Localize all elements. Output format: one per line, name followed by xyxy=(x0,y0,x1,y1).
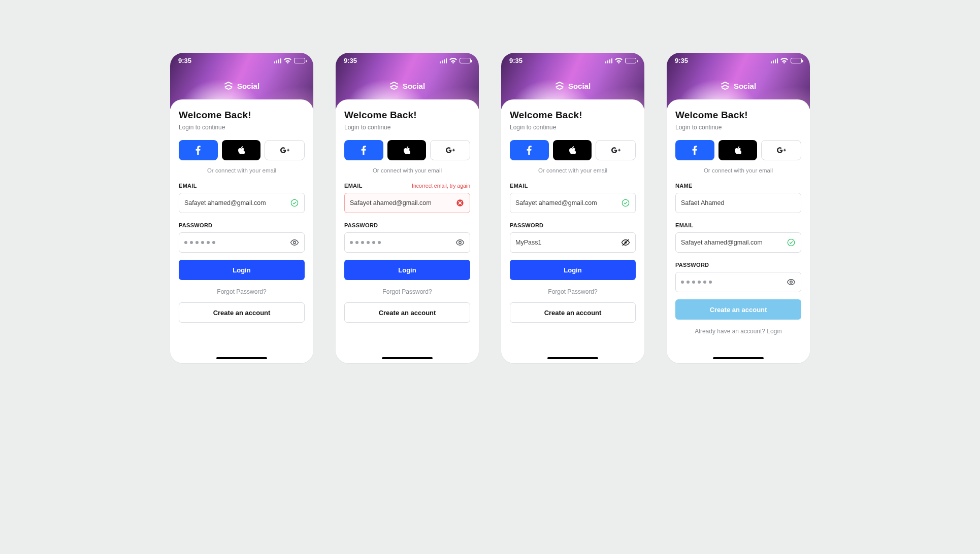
password-input[interactable] xyxy=(184,241,215,244)
email-label: EMAIL xyxy=(179,183,197,189)
name-input[interactable] xyxy=(681,199,796,206)
battery-icon xyxy=(460,58,471,63)
eye-icon[interactable] xyxy=(455,238,465,247)
password-input[interactable] xyxy=(681,281,712,284)
password-label: PASSWORD xyxy=(675,262,709,268)
social-login-row xyxy=(179,140,305,160)
facebook-button[interactable] xyxy=(344,140,383,160)
apple-icon xyxy=(238,146,245,154)
content-sheet: Welcome Back! Login to continue Or conne… xyxy=(501,99,644,363)
name-field-block: NAME xyxy=(675,183,801,213)
apple-icon xyxy=(569,146,576,154)
password-field-block: PASSWORD xyxy=(510,222,636,253)
create-account-button[interactable]: Create an account xyxy=(179,302,305,323)
password-input-wrap[interactable] xyxy=(675,272,801,292)
eye-off-icon[interactable] xyxy=(621,238,630,247)
password-input-wrap[interactable] xyxy=(510,232,636,253)
status-indicators xyxy=(605,58,637,63)
create-account-button[interactable]: Create an account xyxy=(510,302,636,323)
password-input-wrap[interactable] xyxy=(344,232,470,253)
app-name: Social xyxy=(403,82,425,90)
wifi-icon xyxy=(615,58,623,63)
forgot-password-link[interactable]: Forgot Password? xyxy=(344,288,470,295)
email-input[interactable] xyxy=(350,199,451,206)
google-plus-icon xyxy=(777,147,786,153)
email-field-block: EMAIL xyxy=(510,183,636,213)
status-time: 9:35 xyxy=(675,57,688,64)
create-account-button[interactable]: Create an account xyxy=(344,302,470,323)
google-button[interactable] xyxy=(430,140,470,160)
email-input-wrap[interactable] xyxy=(179,193,305,213)
login-button[interactable]: Login xyxy=(510,260,636,280)
app-brand: Social xyxy=(667,81,810,90)
email-label: EMAIL xyxy=(675,222,694,228)
content-sheet: Welcome Back! Login to continue Or conne… xyxy=(667,99,810,363)
page-title: Welcome Back! xyxy=(510,110,636,121)
facebook-icon xyxy=(195,146,201,155)
battery-icon xyxy=(294,58,305,63)
apple-button[interactable] xyxy=(553,140,592,160)
wifi-icon xyxy=(449,58,457,63)
email-field-block: EMAIL xyxy=(675,222,801,253)
check-circle-icon xyxy=(787,238,796,247)
create-account-label: Create an account xyxy=(213,309,271,317)
logo-icon xyxy=(224,81,233,90)
email-input-wrap[interactable] xyxy=(344,193,470,213)
battery-icon xyxy=(625,58,636,63)
apple-button[interactable] xyxy=(222,140,261,160)
apple-icon xyxy=(734,146,741,154)
create-account-button[interactable]: Create an account xyxy=(675,299,801,320)
app-name: Social xyxy=(237,82,259,90)
signal-icon xyxy=(605,58,613,63)
page-subtitle: Login to continue xyxy=(179,124,305,131)
google-plus-icon xyxy=(280,147,289,153)
eye-icon[interactable] xyxy=(787,278,796,287)
apple-icon xyxy=(403,146,410,154)
google-button[interactable] xyxy=(761,140,801,160)
app-name: Social xyxy=(734,82,756,90)
email-input[interactable] xyxy=(515,199,617,206)
already-have-account-link[interactable]: Already have an account? Login xyxy=(675,328,801,335)
password-input[interactable] xyxy=(515,239,617,246)
email-input[interactable] xyxy=(184,199,286,206)
facebook-button[interactable] xyxy=(179,140,218,160)
email-input-wrap[interactable] xyxy=(510,193,636,213)
signup-screen: 9:35 Social Welcome Back! Login to conti… xyxy=(667,53,810,363)
login-button[interactable]: Login xyxy=(344,260,470,280)
page-title: Welcome Back! xyxy=(179,110,305,121)
email-label: EMAIL xyxy=(510,183,528,189)
apple-button[interactable] xyxy=(387,140,427,160)
facebook-button[interactable] xyxy=(675,140,714,160)
google-button[interactable] xyxy=(265,140,305,160)
login-button[interactable]: Login xyxy=(179,260,305,280)
email-input-wrap[interactable] xyxy=(675,232,801,253)
status-indicators xyxy=(440,58,471,63)
login-screen-error: 9:35 Social Welcome Back! Login to conti… xyxy=(336,53,479,363)
password-input[interactable] xyxy=(350,241,381,244)
status-indicators xyxy=(771,58,802,63)
forgot-password-link[interactable]: Forgot Password? xyxy=(179,288,305,295)
eye-icon[interactable] xyxy=(290,238,299,247)
svg-point-3 xyxy=(459,241,462,244)
email-input[interactable] xyxy=(681,239,782,246)
page-subtitle: Login to continue xyxy=(344,124,470,131)
facebook-button[interactable] xyxy=(510,140,549,160)
page-subtitle: Login to continue xyxy=(510,124,636,131)
signal-icon xyxy=(274,58,282,63)
password-input-wrap[interactable] xyxy=(179,232,305,253)
forgot-password-link[interactable]: Forgot Password? xyxy=(510,288,636,295)
status-bar: 9:35 xyxy=(336,57,479,64)
password-label: PASSWORD xyxy=(344,222,378,228)
logo-icon xyxy=(721,81,730,90)
status-bar: 9:35 xyxy=(667,57,810,64)
google-button[interactable] xyxy=(596,140,636,160)
password-field-block: PASSWORD xyxy=(675,262,801,292)
connect-divider: Or connect with your email xyxy=(179,167,305,174)
social-login-row xyxy=(344,140,470,160)
home-indicator xyxy=(216,357,267,359)
name-input-wrap[interactable] xyxy=(675,193,801,213)
svg-point-0 xyxy=(291,199,298,206)
content-sheet: Welcome Back! Login to continue Or conne… xyxy=(170,99,313,363)
svg-point-8 xyxy=(790,281,793,284)
apple-button[interactable] xyxy=(718,140,758,160)
